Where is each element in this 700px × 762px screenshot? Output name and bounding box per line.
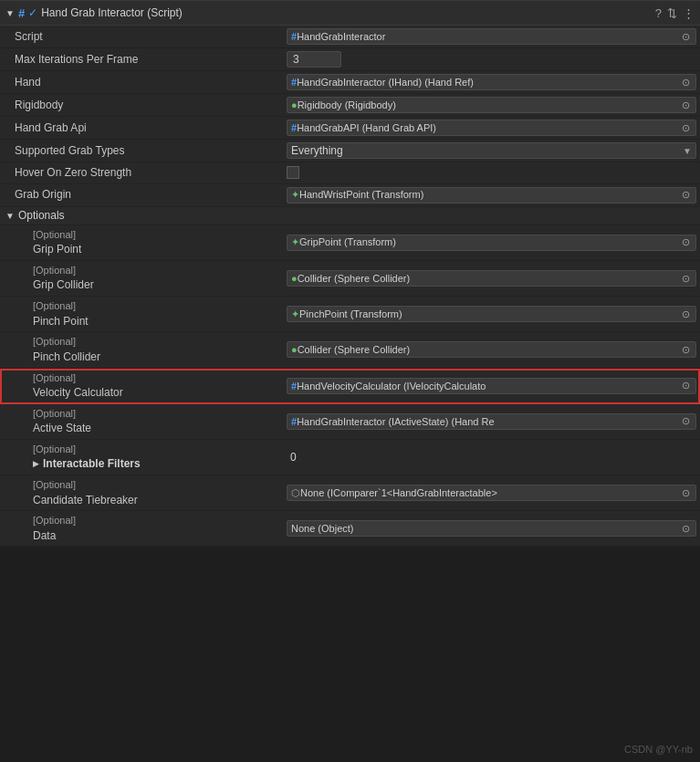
pinch-point-select-btn[interactable]: ⊙ — [679, 308, 692, 320]
grip-point-row: [Optional] Grip Point ✦GripPoint (Transf… — [0, 225, 700, 261]
hand-grab-api-row: Hand Grab Api #HandGrabAPI (Hand Grab AP… — [0, 117, 700, 140]
grab-origin-label: Grab Origin — [0, 185, 283, 204]
pinch-collider-row: [Optional] Pinch Collider ●Collider (Sph… — [0, 332, 700, 368]
active-state-row: [Optional] Active State #HandGrabInterac… — [0, 404, 700, 440]
pinch-collider-field[interactable]: ●Collider (Sphere Collider) ⊙ — [287, 341, 696, 358]
interactable-filters-expand-arrow[interactable]: ▶ — [33, 458, 39, 470]
grip-point-field[interactable]: ✦GripPoint (Transform) ⊙ — [287, 235, 696, 251]
interactable-filters-value: 0 — [283, 449, 700, 465]
supported-grab-types-row: Supported Grab Types Everything ▼ — [0, 140, 700, 162]
menu-icon[interactable]: ⋮ — [683, 6, 695, 20]
rigidbody-label: Rigidbody — [0, 96, 283, 115]
optionals-collapse-arrow[interactable]: ▼ — [5, 211, 15, 221]
max-iterations-field[interactable]: 3 — [287, 51, 341, 68]
script-type-icon: # — [18, 6, 25, 20]
header-actions: ? ⇅ ⋮ — [655, 6, 695, 20]
rigidbody-field-text: ●Rigidbody (Rigidbody) — [291, 99, 679, 110]
script-field[interactable]: #HandGrabInteractor ⊙ — [287, 28, 696, 45]
candidate-tiebreaker-field[interactable]: ⬡None (IComparer`1<HandGrabInteractable>… — [287, 485, 696, 501]
pinch-point-field-text: ✦PinchPoint (Transform) — [291, 308, 679, 320]
grip-collider-field-text: ●Collider (Sphere Collider) — [291, 273, 679, 284]
velocity-calculator-field[interactable]: #HandVelocityCalculator (IVelocityCalcul… — [287, 378, 696, 394]
active-state-field[interactable]: #HandGrabInteractor (IActiveState) (Hand… — [287, 413, 696, 430]
grab-origin-field-text: ✦HandWristPoint (Transform) — [291, 189, 679, 201]
grip-point-value: ✦GripPoint (Transform) ⊙ — [283, 233, 700, 253]
grip-collider-select-btn[interactable]: ⊙ — [679, 273, 692, 285]
script-value: #HandGrabInteractor ⊙ — [283, 26, 700, 47]
script-row: Script #HandGrabInteractor ⊙ — [0, 26, 700, 48]
hover-on-zero-label: Hover On Zero Strength — [0, 163, 283, 183]
active-state-value: #HandGrabInteractor (IActiveState) (Hand… — [283, 412, 700, 432]
pinch-point-field[interactable]: ✦PinchPoint (Transform) ⊙ — [287, 306, 696, 322]
hand-field-text: #HandGrabInteractor (IHand) (Hand Ref) — [291, 77, 679, 88]
pinch-point-row: [Optional] Pinch Point ✦PinchPoint (Tran… — [0, 297, 700, 332]
hand-value: #HandGrabInteractor (IHand) (Hand Ref) ⊙ — [283, 72, 700, 92]
interactable-filters-text: Interactable Filters — [43, 456, 141, 472]
optionals-label: Optionals — [18, 209, 65, 222]
velocity-calculator-select-btn[interactable]: ⊙ — [679, 380, 692, 391]
grab-origin-select-btn[interactable]: ⊙ — [679, 189, 692, 201]
pinch-point-label: [Optional] Pinch Point — [0, 297, 283, 330]
hover-on-zero-checkbox[interactable] — [287, 166, 299, 179]
candidate-tiebreaker-select-btn[interactable]: ⊙ — [679, 487, 692, 499]
watermark: CSDN @YY-nb — [624, 744, 693, 755]
component-header: ▼ # ✓ Hand Grab Interactor (Script) ? ⇅ … — [0, 0, 700, 26]
hover-on-zero-value — [283, 164, 700, 181]
velocity-calculator-value: #HandVelocityCalculator (IVelocityCalcul… — [283, 376, 700, 396]
max-iterations-row: Max Iterations Per Frame 3 — [0, 48, 700, 71]
script-select-btn[interactable]: ⊙ — [679, 31, 692, 43]
pinch-collider-label: [Optional] Pinch Collider — [0, 333, 283, 366]
rigidbody-field[interactable]: ●Rigidbody (Rigidbody) ⊙ — [287, 97, 696, 113]
grab-origin-row: Grab Origin ✦HandWristPoint (Transform) … — [0, 184, 700, 207]
hand-field[interactable]: #HandGrabInteractor (IHand) (Hand Ref) ⊙ — [287, 74, 696, 90]
help-icon[interactable]: ? — [655, 6, 662, 20]
candidate-tiebreaker-field-text: ⬡None (IComparer`1<HandGrabInteractable> — [291, 487, 679, 499]
active-state-label: [Optional] Active State — [0, 405, 283, 438]
velocity-calculator-row: [Optional] Velocity Calculator #HandVelo… — [0, 369, 700, 404]
hand-select-btn[interactable]: ⊙ — [679, 77, 692, 89]
grip-collider-row: [Optional] Grip Collider ●Collider (Sphe… — [0, 261, 700, 297]
optionals-section-header[interactable]: ▼ Optionals — [0, 207, 700, 225]
hand-label: Hand — [0, 73, 283, 92]
grip-collider-field[interactable]: ●Collider (Sphere Collider) ⊙ — [287, 270, 696, 287]
data-select-btn[interactable]: ⊙ — [679, 523, 692, 535]
velocity-calculator-label: [Optional] Velocity Calculator — [0, 370, 283, 402]
data-row: [Optional] Data None (Object) ⊙ — [0, 511, 700, 547]
grip-point-field-text: ✦GripPoint (Transform) — [291, 236, 679, 248]
interactable-filters-row: [Optional] ▶ Interactable Filters 0 — [0, 440, 700, 475]
candidate-tiebreaker-value: ⬡None (IComparer`1<HandGrabInteractable>… — [283, 483, 700, 503]
checkmark-icon: ✓ — [28, 6, 37, 19]
hand-grab-api-label: Hand Grab Api — [0, 119, 283, 138]
supported-grab-types-value: Everything ▼ — [283, 141, 700, 161]
max-iterations-value: 3 — [283, 49, 700, 69]
hand-grab-api-value: #HandGrabAPI (Hand Grab API) ⊙ — [283, 118, 700, 138]
pinch-collider-select-btn[interactable]: ⊙ — [679, 344, 692, 356]
pinch-point-value: ✦PinchPoint (Transform) ⊙ — [283, 304, 700, 324]
hand-grab-api-select-btn[interactable]: ⊙ — [679, 122, 692, 134]
tune-icon[interactable]: ⇅ — [667, 6, 677, 20]
rigidbody-select-btn[interactable]: ⊙ — [679, 99, 692, 111]
rigidbody-value: ●Rigidbody (Rigidbody) ⊙ — [283, 95, 700, 115]
data-field[interactable]: None (Object) ⊙ — [287, 520, 696, 537]
active-state-field-text: #HandGrabInteractor (IActiveState) (Hand… — [291, 416, 679, 427]
grip-collider-label: [Optional] Grip Collider — [0, 262, 283, 295]
max-iterations-label: Max Iterations Per Frame — [0, 50, 283, 69]
interactable-filters-label: [Optional] ▶ Interactable Filters — [0, 441, 283, 474]
active-state-select-btn[interactable]: ⊙ — [679, 415, 692, 427]
grip-collider-value: ●Collider (Sphere Collider) ⊙ — [283, 268, 700, 288]
grip-point-label: [Optional] Grip Point — [0, 226, 283, 259]
grip-point-select-btn[interactable]: ⊙ — [679, 236, 692, 248]
data-label: [Optional] Data — [0, 512, 283, 545]
hand-row: Hand #HandGrabInteractor (IHand) (Hand R… — [0, 71, 700, 94]
interactable-filters-count: 0 — [287, 451, 297, 464]
script-field-text: #HandGrabInteractor — [291, 31, 679, 42]
pinch-collider-value: ●Collider (Sphere Collider) ⊙ — [283, 339, 700, 360]
hand-grab-api-field-text: #HandGrabAPI (Hand Grab API) — [291, 122, 679, 133]
collapse-arrow[interactable]: ▼ — [5, 8, 15, 18]
grab-origin-field[interactable]: ✦HandWristPoint (Transform) ⊙ — [287, 187, 696, 204]
script-label: Script — [0, 27, 283, 47]
hand-grab-api-field[interactable]: #HandGrabAPI (Hand Grab API) ⊙ — [287, 120, 696, 136]
data-value: None (Object) ⊙ — [283, 518, 700, 538]
velocity-calculator-field-text: #HandVelocityCalculator (IVelocityCalcul… — [291, 381, 679, 391]
supported-grab-types-dropdown[interactable]: Everything ▼ — [287, 142, 696, 159]
